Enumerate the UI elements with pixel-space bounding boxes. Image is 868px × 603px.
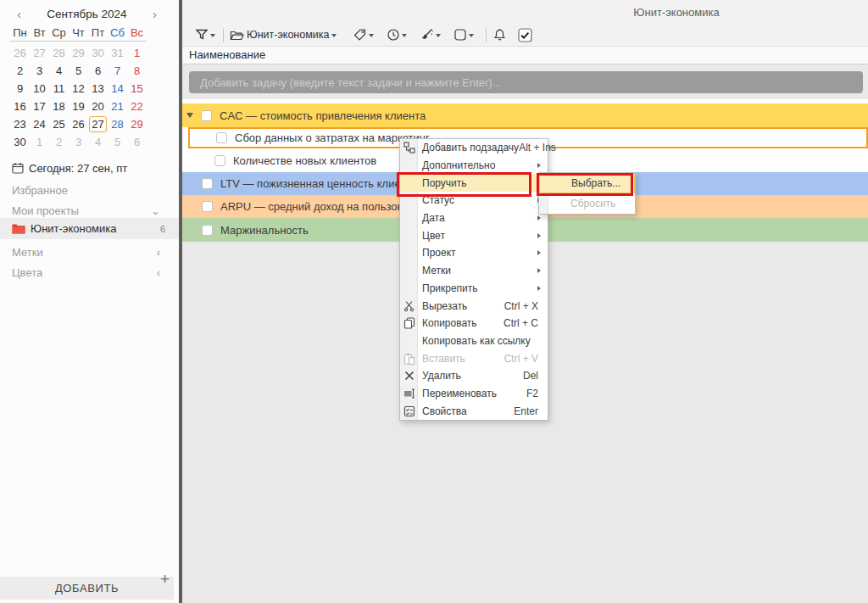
calendar-day[interactable]: 17: [30, 98, 49, 115]
calendar-day[interactable]: 2: [10, 62, 30, 80]
task-checkbox[interactable]: [201, 110, 212, 121]
calendar-day[interactable]: 18: [49, 98, 69, 115]
plus-icon[interactable]: +: [160, 570, 170, 589]
chevron-left-icon[interactable]: ‹: [157, 246, 160, 259]
calendar-day[interactable]: 29: [127, 115, 147, 133]
calendar-day[interactable]: 20: [88, 98, 108, 115]
task-checkbox[interactable]: [216, 132, 227, 143]
chevron-down-icon[interactable]: ⌄: [151, 204, 160, 217]
calendar-day-today[interactable]: 27: [88, 115, 108, 133]
calendar-day[interactable]: 3: [30, 62, 49, 80]
sidebar-item-favorites[interactable]: Избранное: [0, 182, 179, 198]
menu-item-status[interactable]: Статус: [400, 192, 548, 209]
sidebar-item-project-unit-economics[interactable]: Юнит-экономика 6: [0, 218, 179, 239]
calendar-day[interactable]: 8: [127, 62, 147, 80]
calendar-day[interactable]: 19: [69, 98, 88, 115]
calendar-day[interactable]: 12: [69, 80, 88, 98]
menu-item-cut[interactable]: Вырезать Ctrl + X: [400, 297, 548, 315]
column-header-name[interactable]: Наименование: [182, 46, 868, 64]
calendar-day[interactable]: 30: [88, 44, 108, 62]
schedule-button[interactable]: [387, 28, 407, 42]
filter-button[interactable]: [195, 28, 215, 42]
calendar-day[interactable]: 4: [49, 62, 69, 80]
calendar-day[interactable]: 26: [69, 115, 88, 133]
calendar-day[interactable]: 2: [49, 133, 69, 151]
calendar-day[interactable]: 11: [49, 80, 69, 98]
calendar-day[interactable]: 22: [127, 98, 147, 115]
sidebar-item-today[interactable]: Сегодня: 27 сен, пт: [0, 160, 179, 176]
project-selector-button[interactable]: Юнит-экономика: [230, 29, 337, 42]
task-row-cac[interactable]: CAC — стоимость привлечения клиента: [182, 103, 868, 127]
calendar-day[interactable]: 29: [69, 44, 88, 62]
calendar-day[interactable]: 16: [10, 98, 30, 115]
task-checkbox[interactable]: [202, 178, 213, 189]
add-project-button[interactable]: ДОБАВИТЬ: [0, 577, 174, 600]
sidebar-item-my-projects[interactable]: Мои проекты ⌄: [0, 203, 179, 218]
sidebar-item-tags[interactable]: Метки ‹: [0, 244, 179, 260]
calendar-day[interactable]: 1: [127, 44, 147, 62]
calendar-day[interactable]: 6: [88, 62, 108, 80]
copy-icon: [403, 317, 415, 329]
status-square-button[interactable]: [453, 28, 474, 42]
menu-item-add-subtask[interactable]: Добавить подзадачу Alt + Ins: [400, 139, 548, 157]
calendar-day[interactable]: 28: [108, 115, 127, 133]
expand-triangle-icon[interactable]: [186, 113, 193, 118]
completed-filter-checkbox[interactable]: [518, 28, 532, 42]
task-title: Количестве новых клиентов: [233, 154, 376, 167]
weekday-label: Сб: [108, 26, 127, 39]
task-title: Маржинальность: [220, 224, 309, 237]
notifications-button[interactable]: [492, 28, 507, 42]
calendar-day[interactable]: 5: [69, 62, 88, 80]
menu-item-rename[interactable]: Переименовать F2: [400, 385, 548, 403]
menu-item-tags[interactable]: Метки: [400, 262, 548, 280]
task-checkbox[interactable]: [202, 225, 213, 236]
calendar-day[interactable]: 15: [127, 80, 147, 98]
task-checkbox[interactable]: [214, 155, 225, 166]
calendar-day[interactable]: 5: [108, 133, 127, 151]
weekday-label: Вт: [30, 26, 49, 39]
menu-item-more[interactable]: Дополнительно: [400, 157, 548, 175]
menu-item-label: Статус: [422, 194, 454, 206]
sidebar-item-colors[interactable]: Цвета ‹: [0, 265, 179, 280]
calendar-next-icon[interactable]: ›: [153, 8, 157, 20]
calendar-day[interactable]: 9: [10, 80, 30, 98]
calendar-day[interactable]: 26: [10, 44, 30, 62]
chevron-left-icon[interactable]: ‹: [157, 266, 160, 279]
menu-item-copy-as-link[interactable]: Копировать как ссылку: [400, 332, 548, 350]
calendar-day[interactable]: 23: [10, 115, 30, 133]
add-task-input[interactable]: [189, 71, 863, 93]
calendar-day[interactable]: 4: [88, 133, 108, 151]
menu-item-assign[interactable]: Поручить: [400, 174, 548, 192]
tag-button[interactable]: [353, 28, 374, 42]
tags-label: Метки: [12, 246, 43, 259]
calendar-day[interactable]: 24: [30, 115, 49, 133]
calendar-day[interactable]: 3: [69, 133, 88, 151]
calendar-day[interactable]: 14: [108, 80, 127, 98]
menu-item-project[interactable]: Проект: [400, 244, 548, 262]
calendar-day[interactable]: 31: [108, 44, 127, 62]
calendar-day[interactable]: 6: [127, 133, 147, 151]
calendar-day[interactable]: 27: [30, 44, 49, 62]
calendar-week: 23 24 25 26 27 28 29: [10, 115, 147, 133]
menu-item-label: Прикрепить: [422, 282, 478, 294]
calendar-day[interactable]: 10: [30, 80, 49, 98]
calendar-day[interactable]: 1: [30, 133, 49, 151]
calendar-prev-icon[interactable]: ‹: [17, 8, 21, 20]
color-brush-button[interactable]: [420, 28, 441, 42]
project-count-badge: 6: [160, 224, 165, 234]
task-checkbox[interactable]: [202, 201, 213, 212]
calendar-day[interactable]: 7: [108, 62, 127, 80]
menu-item-delete[interactable]: Удалить Del: [400, 367, 548, 385]
submenu-item-choose[interactable]: Выбрать...: [539, 173, 635, 193]
calendar-day[interactable]: 13: [88, 80, 108, 98]
calendar-day[interactable]: 21: [108, 98, 127, 115]
menu-item-copy[interactable]: Копировать Ctrl + C: [400, 315, 548, 332]
menu-item-properties[interactable]: Свойства Enter: [400, 402, 548, 420]
calendar-day[interactable]: 28: [49, 44, 69, 62]
menu-item-date[interactable]: Дата: [400, 209, 548, 227]
menu-item-color[interactable]: Цвет: [400, 226, 548, 244]
weekday-label: Ср: [49, 26, 69, 39]
calendar-day[interactable]: 30: [10, 133, 30, 151]
calendar-day[interactable]: 25: [49, 115, 69, 133]
menu-item-attach[interactable]: Прикрепить: [400, 280, 548, 298]
